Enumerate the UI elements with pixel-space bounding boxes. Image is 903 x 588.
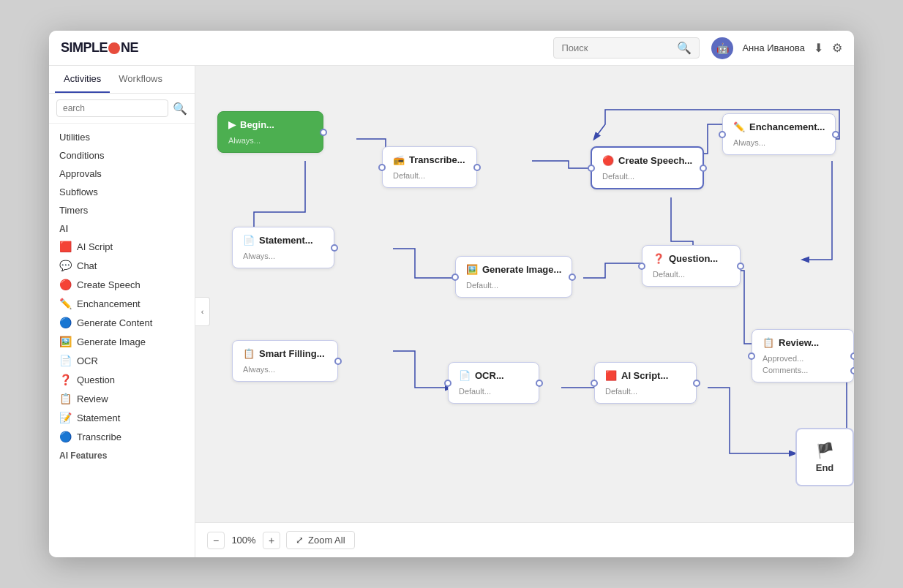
sidebar-item-conditions[interactable]: Conditions xyxy=(49,146,195,165)
question-connector-right xyxy=(737,263,744,270)
end-label: End xyxy=(816,462,834,473)
subflows-label: Subflows xyxy=(59,186,98,197)
sidebar-item-statement[interactable]: 📝 Statement xyxy=(49,408,195,427)
collapse-sidebar-button[interactable]: ‹ xyxy=(195,297,210,326)
ocr-label: OCR xyxy=(77,355,98,366)
zoom-plus-button[interactable]: + xyxy=(263,532,280,549)
create-speech-node-icon: 🔴 xyxy=(602,155,614,166)
generate-image-connector-right xyxy=(569,274,576,281)
ai-script-node-icon: 🟥 xyxy=(605,370,617,381)
ai-script-connector-right xyxy=(693,380,700,387)
search-icon: 🔍 xyxy=(677,41,692,55)
sidebar-item-enchancement[interactable]: ✏️ Enchancement xyxy=(49,294,195,313)
sidebar-item-subflows[interactable]: Subflows xyxy=(49,183,195,201)
tab-activities[interactable]: Activities xyxy=(55,66,110,93)
enchancement-subtitle: Always... xyxy=(733,138,825,147)
node-smart-filling-header: 📋 Smart Filling... xyxy=(243,348,327,359)
create-speech-connector-right xyxy=(700,165,707,172)
statement-label: Statement xyxy=(77,412,120,423)
canvas-toolbar: − 100% + ⤢ Zoom All xyxy=(195,522,854,557)
node-review[interactable]: 📋 Review... Approved... Comments... xyxy=(752,329,854,382)
ocr-subtitle: Default... xyxy=(459,387,528,396)
review-node-icon: 📋 xyxy=(763,337,774,348)
node-ai-script[interactable]: 🟥 AI Script... Default... xyxy=(594,362,697,404)
generate-image-label: Generate Image xyxy=(77,336,146,347)
sidebar-search-input[interactable] xyxy=(56,99,168,117)
review-icon: 📋 xyxy=(59,393,71,404)
node-ocr[interactable]: 📄 OCR... Default... xyxy=(448,362,539,404)
node-create-speech[interactable]: 🔴 Create Speech... Default... xyxy=(591,146,704,189)
ocr-connector-right xyxy=(536,380,543,387)
sidebar-item-generate-content[interactable]: 🔵 Generate Content xyxy=(49,313,195,332)
sidebar-item-timers[interactable]: Timers xyxy=(49,201,195,219)
ocr-icon: 📄 xyxy=(59,355,71,366)
question-connector-left xyxy=(638,263,645,270)
question-icon: ❓ xyxy=(59,374,71,385)
sidebar-search-box[interactable]: 🔍 xyxy=(49,94,195,124)
node-smart-filling[interactable]: 📋 Smart Filling... Always... xyxy=(232,340,338,382)
download-icon[interactable]: ⬇ xyxy=(814,41,823,55)
avatar-icon: 🤖 xyxy=(716,42,729,54)
sidebar-item-generate-image[interactable]: 🖼️ Generate Image xyxy=(49,332,195,351)
transcribe-title: Transcribe... xyxy=(409,154,465,165)
sidebar-item-utilities[interactable]: Utilities xyxy=(49,128,195,146)
zoom-all-icon: ⤢ xyxy=(296,535,304,546)
ocr-connector-left xyxy=(444,380,452,387)
sidebar-item-chat[interactable]: 💬 Chat xyxy=(49,256,195,275)
conditions-label: Conditions xyxy=(59,150,104,161)
transcribe-connector-left xyxy=(378,164,386,171)
node-transcribe[interactable]: 📻 Transcribe... Default... xyxy=(382,146,477,188)
workflow-canvas-area: ‹ xyxy=(195,66,854,557)
node-end[interactable]: 🏴 End xyxy=(795,428,854,486)
ocr-title: OCR... xyxy=(475,370,504,381)
logo: SIMPLENE xyxy=(61,40,138,56)
enchancement-label: Enchancement xyxy=(77,298,140,309)
sidebar-item-ai-script[interactable]: 🟥 AI Script xyxy=(49,237,195,256)
node-statement[interactable]: 📄 Statement... Always... xyxy=(232,227,334,268)
zoom-control: − 100% + xyxy=(207,532,280,549)
generate-image-node-icon: 🖼️ xyxy=(466,264,478,275)
zoom-minus-button[interactable]: − xyxy=(207,532,225,549)
node-ocr-header: 📄 OCR... xyxy=(459,370,528,381)
create-speech-label: Create Speech xyxy=(77,279,140,290)
node-begin-header: ▶ Begin... xyxy=(228,119,312,130)
workflow-canvas[interactable]: ▶ Begin... Always... 📻 Transcribe... Def… xyxy=(195,66,854,522)
review-connector-right-1 xyxy=(850,353,854,360)
settings-icon[interactable]: ⚙ xyxy=(832,41,842,55)
tab-workflows[interactable]: Workflows xyxy=(110,66,171,93)
sidebar-item-question[interactable]: ❓ Question xyxy=(49,370,195,389)
zoom-all-button[interactable]: ⤢ Zoom All xyxy=(286,531,355,549)
sidebar-item-review[interactable]: 📋 Review xyxy=(49,389,195,408)
create-speech-title: Create Speech... xyxy=(618,155,692,166)
header-search-box[interactable]: 🔍 xyxy=(553,37,700,59)
sidebar-item-transcribe[interactable]: 🔵 Transcribe xyxy=(49,427,195,446)
node-enchancement[interactable]: ✏️ Enchancement... Always... xyxy=(722,113,836,155)
smart-filling-connector-right xyxy=(334,358,342,365)
statement-connector-right xyxy=(331,244,338,252)
header-search-input[interactable] xyxy=(561,42,672,53)
section-utilities: Utilities Conditions Approvals Subflows … xyxy=(49,124,195,468)
transcribe-subtitle: Default... xyxy=(393,171,466,180)
sidebar-item-approvals[interactable]: Approvals xyxy=(49,165,195,183)
sidebar-item-create-speech[interactable]: 🔴 Create Speech xyxy=(49,275,195,294)
sidebar-search-icon: 🔍 xyxy=(173,102,187,116)
node-generate-image[interactable]: 🖼️ Generate Image... Default... xyxy=(455,256,572,298)
question-node-icon: ❓ xyxy=(653,253,664,264)
main-layout: Activities Workflows 🔍 Utilities Conditi… xyxy=(49,66,854,557)
enchancement-node-icon: ✏️ xyxy=(733,121,745,132)
node-begin[interactable]: ▶ Begin... Always... xyxy=(217,111,323,153)
sidebar-item-ocr[interactable]: 📄 OCR xyxy=(49,351,195,370)
user-name: Анна Иванова xyxy=(742,42,805,53)
statement-subtitle: Always... xyxy=(243,252,323,260)
smart-filling-node-icon: 📋 xyxy=(243,348,255,359)
sidebar: Activities Workflows 🔍 Utilities Conditi… xyxy=(49,66,195,557)
review-connector-right-2 xyxy=(850,367,854,374)
node-create-speech-header: 🔴 Create Speech... xyxy=(602,155,692,166)
node-question[interactable]: ❓ Question... Default... xyxy=(642,245,741,287)
generate-image-title: Generate Image... xyxy=(482,264,561,275)
ai-features-label: AI Features xyxy=(49,446,195,464)
review-label: Review xyxy=(77,393,108,404)
node-review-header: 📋 Review... xyxy=(763,337,843,348)
header: SIMPLENE 🔍 🤖 Анна Иванова ⬇ ⚙ xyxy=(49,31,854,66)
review-connector-left xyxy=(748,353,755,360)
